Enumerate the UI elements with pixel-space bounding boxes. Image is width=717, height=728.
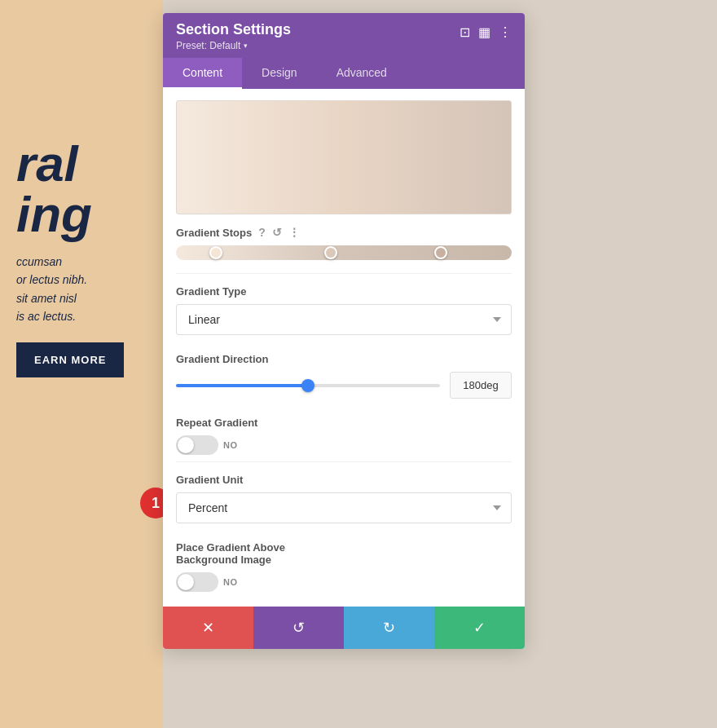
- title-line2: ing: [16, 189, 147, 240]
- body-line4: is ac lectus.: [16, 307, 147, 325]
- repeat-gradient-toggle[interactable]: [176, 435, 218, 455]
- preset-label: Preset: Default: [176, 40, 240, 51]
- body-line1: ccumsan: [16, 253, 147, 271]
- hero-body: ccumsan or lectus nibh. sit amet nisl is…: [16, 253, 147, 326]
- gradient-type-select[interactable]: Linear Radial Conic: [176, 304, 512, 335]
- place-gradient-section: Place Gradient Above Background Image NO: [163, 530, 525, 598]
- direction-slider-thumb[interactable]: [301, 379, 315, 392]
- badge-number: 1: [152, 495, 160, 512]
- expand-icon[interactable]: ⊡: [460, 24, 470, 40]
- more-stops-icon[interactable]: ⋮: [288, 226, 300, 239]
- repeat-gradient-value: NO: [223, 440, 238, 450]
- gradient-preview: [176, 100, 512, 214]
- preset-arrow-icon: ▾: [244, 42, 248, 50]
- left-content: ral ing ccumsan or lectus nibh. sit amet…: [0, 122, 163, 394]
- gradient-direction-section: Gradient Direction: [163, 342, 525, 405]
- panel-body: Gradient Stops ? ↺ ⋮ Gradient Type Linea…: [163, 100, 525, 649]
- place-gradient-toggle[interactable]: [176, 572, 218, 592]
- hero-title: ral ing: [16, 139, 147, 240]
- repeat-gradient-label: Repeat Gradient: [176, 417, 512, 429]
- title-line1: ral: [16, 139, 147, 189]
- gradient-type-label: Gradient Type: [176, 285, 512, 298]
- reset-button[interactable]: ↺: [253, 607, 344, 649]
- help-icon[interactable]: ?: [258, 226, 266, 239]
- toggle-knob: [178, 437, 194, 453]
- save-icon: ✓: [473, 619, 486, 637]
- gradient-stops-label: Gradient Stops: [176, 227, 252, 239]
- gradient-unit-label: Gradient Unit: [176, 474, 512, 486]
- section-settings-panel: Section Settings Preset: Default ▾ ⊡ ▦ ⋮…: [163, 13, 525, 649]
- repeat-gradient-toggle-row: NO: [176, 435, 512, 455]
- panel-tabs: Content Design Advanced: [163, 58, 525, 89]
- learn-more-label: EARN MORE: [34, 354, 106, 366]
- tab-content[interactable]: Content: [163, 58, 242, 89]
- repeat-gradient-section: Repeat Gradient NO: [163, 405, 525, 461]
- tab-advanced[interactable]: Advanced: [317, 58, 407, 89]
- stop-thumb-3[interactable]: [434, 246, 447, 259]
- gradient-unit-section: Gradient Unit Percent Pixel: [163, 462, 525, 530]
- place-gradient-value: NO: [223, 577, 238, 587]
- place-gradient-label: Place Gradient Above Background Image: [176, 541, 512, 566]
- stop-thumb-1[interactable]: [209, 246, 222, 259]
- gradient-unit-select[interactable]: Percent Pixel: [176, 492, 512, 523]
- reset-icon: ↺: [293, 619, 305, 637]
- cancel-icon: ✕: [202, 619, 214, 637]
- place-gradient-toggle-row: NO: [176, 572, 512, 592]
- body-line2: or lectus nibh.: [16, 271, 147, 289]
- panel-title: Section Settings: [176, 21, 291, 38]
- gradient-type-section: Gradient Type Linear Radial Conic: [163, 274, 525, 342]
- place-gradient-toggle-knob: [178, 574, 194, 590]
- gradient-stops-section: Gradient Stops ? ↺ ⋮: [163, 214, 525, 273]
- learn-more-button[interactable]: EARN MORE: [16, 342, 124, 377]
- stop-thumb-2[interactable]: [324, 246, 337, 259]
- gradient-stops-label-row: Gradient Stops ? ↺ ⋮: [176, 226, 512, 239]
- gradient-direction-label: Gradient Direction: [176, 353, 512, 365]
- more-icon[interactable]: ⋮: [499, 24, 512, 40]
- gradient-stops-track[interactable]: [176, 245, 512, 260]
- direction-slider-track[interactable]: [176, 384, 440, 387]
- redo-icon: ↻: [383, 619, 395, 637]
- save-button[interactable]: ✓: [434, 607, 525, 649]
- layout-icon[interactable]: ▦: [478, 24, 490, 40]
- panel-footer: ✕ ↺ ↻ ✓: [163, 607, 525, 649]
- direction-deg-input[interactable]: [450, 372, 512, 399]
- panel-header: Section Settings Preset: Default ▾ ⊡ ▦ ⋮: [163, 13, 525, 58]
- body-line3: sit amet nisl: [16, 289, 147, 307]
- reset-stops-icon[interactable]: ↺: [272, 226, 282, 239]
- panel-preset[interactable]: Preset: Default ▾: [176, 40, 291, 51]
- tab-design[interactable]: Design: [242, 58, 317, 89]
- panel-header-icons: ⊡ ▦ ⋮: [460, 21, 512, 40]
- gradient-direction-row: [176, 372, 512, 399]
- redo-button[interactable]: ↻: [344, 607, 434, 649]
- cancel-button[interactable]: ✕: [163, 607, 253, 649]
- panel-title-area: Section Settings Preset: Default ▾: [176, 21, 291, 51]
